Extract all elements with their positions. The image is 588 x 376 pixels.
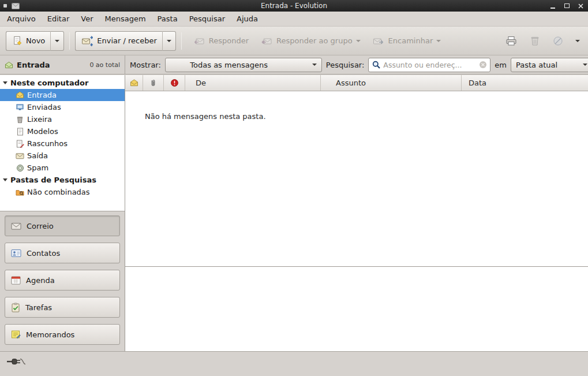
reply-all-button[interactable]: Responder ao grupo [254,35,366,47]
clear-search-icon[interactable] [479,61,487,69]
send-receive-button[interactable]: Enviar / receber [75,31,162,51]
reply-group-label: Responder ao grupo [276,36,353,45]
menu-arquivo[interactable]: Arquivo [1,12,42,25]
show-filter-value: Todas as mensagens [190,61,268,69]
menu-pasta[interactable]: Pasta [152,12,183,25]
switcher-label: Contatos [27,249,60,258]
switcher-memorandos[interactable]: Memorandos [5,324,120,345]
window-menu-icon[interactable] [3,4,7,8]
minimize-icon [550,8,555,9]
chevron-down-icon [55,40,59,42]
folder-entrada[interactable]: Entrada [0,89,125,101]
column-message-status[interactable] [125,75,143,91]
switcher-contatos[interactable]: Contatos [5,243,120,263]
menu-ajuda[interactable]: Ajuda [231,12,264,25]
maximize-button[interactable] [563,2,571,10]
forward-label: Encaminhar [388,36,433,45]
forward-button[interactable]: Encaminhar [366,35,447,47]
search-label: Pesquisar: [326,61,365,69]
preview-pane[interactable] [125,266,588,351]
folder-rascunhos[interactable]: Rascunhos [0,137,125,150]
mail-pane: De Assunto Data Não há mensagens nesta p… [125,75,588,351]
new-dropdown-button[interactable] [50,31,64,51]
menu-pesquisar[interactable]: Pesquisar [183,12,231,25]
search-input[interactable] [383,61,477,69]
menu-mensagem[interactable]: Mensagem [99,12,152,25]
new-button-label: Novo [26,36,45,45]
folder-modelos[interactable]: Modelos [0,125,125,137]
reply-button[interactable]: Responder [187,35,254,47]
new-button[interactable]: Novo [6,31,50,51]
switcher-correio[interactable]: Correio [5,215,120,236]
folder-saida[interactable]: Saída [0,150,125,162]
junk-icon [552,35,564,47]
online-status-icon[interactable] [6,356,27,367]
close-button[interactable] [576,2,585,10]
delete-button[interactable] [527,33,543,49]
content: Neste computador Entrada Enviadas [0,75,588,351]
reply-icon [193,35,205,47]
folder-label: Entrada [27,91,57,99]
new-document-icon [12,35,23,46]
evolution-window: Entrada - Evolution Arquivo Editar Ver M… [0,0,588,376]
tree-section-local[interactable]: Neste computador [0,77,125,89]
message-list-header: De Assunto Data [125,75,588,91]
junk-button[interactable] [550,33,566,49]
column-attachment[interactable] [143,75,164,91]
trash-icon [15,116,25,124]
folder-enviadas[interactable]: Enviadas [0,101,125,113]
folder-icon [5,61,13,69]
maximize-icon [564,3,570,8]
folder-nao-combinadas[interactable]: Não combinadas [0,186,125,198]
folder-lixeira[interactable]: Lixeira [0,113,125,125]
send-receive-dropdown-button[interactable] [162,31,176,51]
templates-icon [15,128,25,136]
search-icon[interactable] [372,60,381,69]
reply-all-icon [260,35,273,47]
switcher-tarefas[interactable]: Tarefas [5,297,120,318]
tree-section-label: Neste computador [10,79,88,87]
tree-section-label: Pastas de Pesquisas [10,176,96,184]
switcher-label: Agenda [26,276,55,285]
expander-icon[interactable] [3,178,8,181]
expander-icon[interactable] [3,81,8,84]
column-data[interactable]: Data [462,75,588,91]
column-assunto[interactable]: Assunto [321,75,462,91]
message-list[interactable]: Não há mensagens nesta pasta. [125,91,588,266]
search-scope-value: Pasta atual [516,61,557,69]
chevron-down-icon [312,64,317,66]
folder-tree: Neste computador Entrada Enviadas [0,75,125,211]
message-status-icon [130,79,138,87]
attachment-icon [149,79,157,87]
forward-icon [372,35,385,47]
mail-icon [11,222,21,230]
folder-label: Saída [27,151,48,160]
column-label: Data [469,79,486,87]
toolbar-overflow-button[interactable] [573,38,582,44]
folder-spam[interactable]: Spam [0,162,125,174]
search-scope-dropdown[interactable]: Pasta atual [511,58,588,72]
window-title: Entrada - Evolution [0,2,588,10]
menu-ver[interactable]: Ver [75,12,99,25]
tasks-icon [11,303,20,312]
show-filter-dropdown[interactable]: Todas as mensagens [165,58,322,72]
inbox-icon [15,91,25,99]
contacts-icon [11,249,21,258]
column-priority[interactable] [164,75,185,91]
folder-label: Modelos [27,127,58,136]
empty-folder-message: Não há mensagens nesta pasta. [125,91,588,121]
send-receive-icon [81,35,93,47]
chevron-down-icon [356,40,361,42]
column-de[interactable]: De [185,75,321,91]
switcher-agenda[interactable]: Agenda [5,270,120,291]
menu-editar[interactable]: Editar [42,12,76,25]
search-entry[interactable] [368,58,490,72]
folder-info: Entrada 0 ao total [0,55,125,74]
tree-section-search-folders[interactable]: Pastas de Pesquisas [0,174,125,186]
show-label: Mostrar: [130,61,161,69]
send-receive-label: Enviar / receber [97,36,157,45]
drafts-icon [15,140,25,148]
minimize-button[interactable] [549,2,557,10]
junk-folder-icon [15,164,25,172]
print-button[interactable] [503,33,520,49]
